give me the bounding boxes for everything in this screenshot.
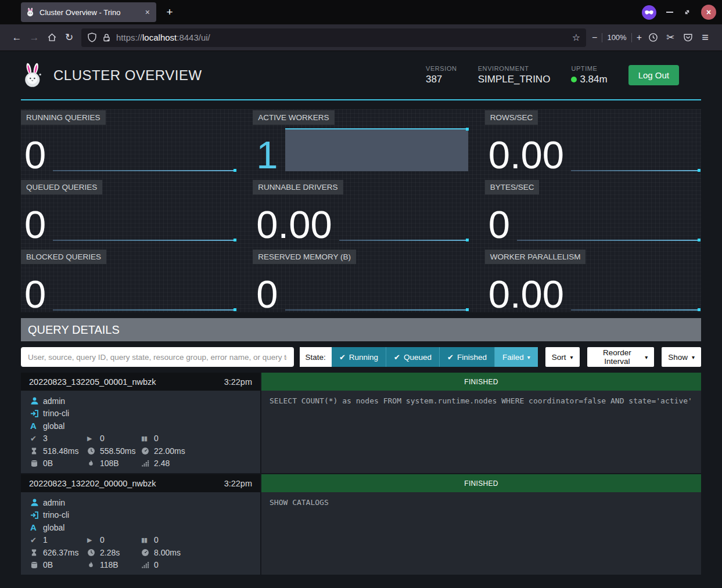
chevron-down-icon: ▾	[692, 354, 695, 360]
check-icon: ✔	[447, 353, 454, 362]
running-splits-icon: ▶	[87, 435, 100, 442]
sparkline	[53, 198, 236, 241]
check-icon: ✔	[394, 353, 400, 362]
completed-splits-icon: ✔	[30, 434, 43, 443]
query-stats-panel: admin trino-cli Aglobal ✔3 ▶0 ▮▮0 518.48…	[21, 391, 260, 473]
completed-splits-icon: ✔	[30, 536, 43, 544]
wall-time-hourglass-icon	[30, 447, 38, 455]
home-button[interactable]	[43, 29, 60, 46]
zoom-out-button[interactable]: −	[592, 33, 597, 43]
cpu-time-clock-icon	[87, 447, 95, 455]
peak-memory: 108B	[100, 459, 119, 468]
query-source: trino-cli	[43, 510, 69, 520]
history-button[interactable]	[644, 29, 662, 46]
query-row: 20220823_132202_00000_nwbzk 3:22pm FINIS…	[21, 474, 701, 575]
cpu-time: 2.28s	[100, 548, 120, 557]
completed-splits: 1	[43, 535, 48, 544]
source-icon	[30, 409, 39, 418]
bookmark-star-icon[interactable]: ☆	[572, 32, 580, 43]
current-memory: 0B	[43, 560, 53, 569]
stat-label: QUEUED QUERIES	[21, 180, 102, 194]
resource-group-icon: A	[30, 421, 43, 431]
window-restore-button[interactable]	[683, 8, 691, 16]
query-status-badge: FINISHED	[261, 474, 701, 492]
stat-label: ACTIVE WORKERS	[253, 110, 334, 125]
stat-value: 0.00	[488, 279, 564, 311]
menu-button[interactable]: ≡	[696, 29, 714, 46]
url-bar[interactable]: https://localhost:8443/ui/ ☆	[81, 28, 586, 47]
filter-finished-button[interactable]: ✔ Finished	[439, 347, 494, 367]
stat-label: ROWS/SEC	[485, 110, 538, 125]
sparkline	[53, 268, 236, 311]
peak-memory-flame-icon	[87, 459, 95, 467]
window-close-button[interactable]: ×	[701, 5, 716, 20]
show-dropdown[interactable]: Show ▾	[662, 347, 701, 367]
filter-failed-dropdown[interactable]: Failed ▾	[494, 347, 538, 367]
queued-splits-icon: ▮▮	[141, 536, 154, 544]
execution-time-gauge-icon	[141, 549, 149, 557]
reorder-interval-dropdown[interactable]: Reorder Interval ▾	[587, 347, 655, 367]
query-id-link[interactable]: 20220823_132202_00000_nwbzk	[29, 479, 156, 488]
resource-group-icon: A	[30, 522, 43, 532]
divider	[602, 33, 602, 42]
new-tab-button[interactable]: +	[161, 3, 178, 21]
query-details-header: QUERY DETAILS	[21, 318, 701, 341]
url-scheme: https://	[116, 33, 142, 42]
sort-dropdown[interactable]: Sort ▾	[545, 347, 580, 367]
pocket-button[interactable]	[679, 29, 696, 46]
stat-value: 0	[24, 139, 46, 171]
execution-time-gauge-icon	[141, 447, 149, 455]
screenshot-button[interactable]: ✂	[662, 29, 679, 46]
tracking-shield-icon[interactable]	[87, 33, 97, 42]
current-memory: 0B	[43, 459, 53, 468]
check-icon: ✔	[339, 353, 346, 362]
stat-card-bytes-sec: 0 BYTES/SEC	[485, 179, 701, 243]
back-button[interactable]: ←	[8, 29, 26, 46]
peak-memory-flame-icon	[87, 561, 95, 569]
environment-block: ENVIRONMENT SIMPLE_TRINO	[478, 65, 551, 85]
reload-button[interactable]: ↻	[60, 29, 78, 46]
cumulative-memory: 2.48	[154, 459, 170, 468]
page-title: CLUSTER OVERVIEW	[53, 67, 426, 84]
environment-value: SIMPLE_TRINO	[478, 74, 551, 85]
version-label: VERSION	[426, 65, 457, 72]
uptime-status-dot	[571, 77, 577, 82]
stat-value: 0.00	[488, 139, 564, 171]
query-user: admin	[43, 498, 65, 507]
connection-lock-icon[interactable]	[102, 33, 112, 42]
tab-close-icon[interactable]: ×	[143, 8, 152, 17]
execution-time: 22.00ms	[154, 446, 185, 456]
chevron-down-icon: ▾	[645, 354, 648, 360]
query-source: trino-cli	[43, 409, 69, 418]
query-search-input[interactable]	[21, 347, 294, 367]
divider	[631, 33, 632, 42]
current-memory-icon	[30, 460, 38, 467]
current-memory-icon	[30, 561, 38, 569]
query-resource-group: global	[43, 523, 64, 532]
running-splits: 0	[100, 535, 105, 544]
zoom-in-button[interactable]: +	[637, 33, 642, 43]
cpu-time: 558.50ms	[100, 446, 135, 456]
browser-tab[interactable]: Cluster Overview - Trino ×	[21, 2, 156, 22]
query-resource-group: global	[43, 421, 64, 431]
stat-label: RESERVED MEMORY (B)	[253, 250, 356, 264]
forward-button[interactable]: →	[26, 29, 43, 46]
wall-time: 518.48ms	[43, 446, 78, 456]
user-icon	[30, 498, 39, 507]
uptime-value: 3.84m	[580, 74, 607, 85]
query-sql-text: SELECT COUNT(*) as nodes FROM system.run…	[261, 391, 701, 473]
stat-card-running-queries: 0 RUNNING QUERIES	[21, 109, 237, 173]
filter-running-button[interactable]: ✔ Running	[332, 347, 386, 367]
stat-card-blocked-queries: 0 BLOCKED QUERIES	[21, 248, 237, 312]
url-text: https://localhost:8443/ui/	[116, 33, 572, 42]
running-splits-icon: ▶	[87, 536, 100, 544]
filter-queued-button[interactable]: ✔ Queued	[386, 347, 439, 367]
execution-time: 8.00ms	[154, 548, 181, 557]
logout-button[interactable]: Log Out	[628, 65, 679, 85]
cumulative-memory-icon	[141, 561, 149, 569]
zoom-level[interactable]: 100%	[607, 33, 626, 42]
window-minimize-button[interactable]	[666, 12, 673, 13]
query-id-link[interactable]: 20220823_132205_00001_nwbzk	[29, 377, 156, 387]
sparkline	[571, 268, 700, 311]
trino-cluster-overview-page: CLUSTER OVERVIEW VERSION 387 ENVIRONMENT…	[0, 51, 722, 588]
